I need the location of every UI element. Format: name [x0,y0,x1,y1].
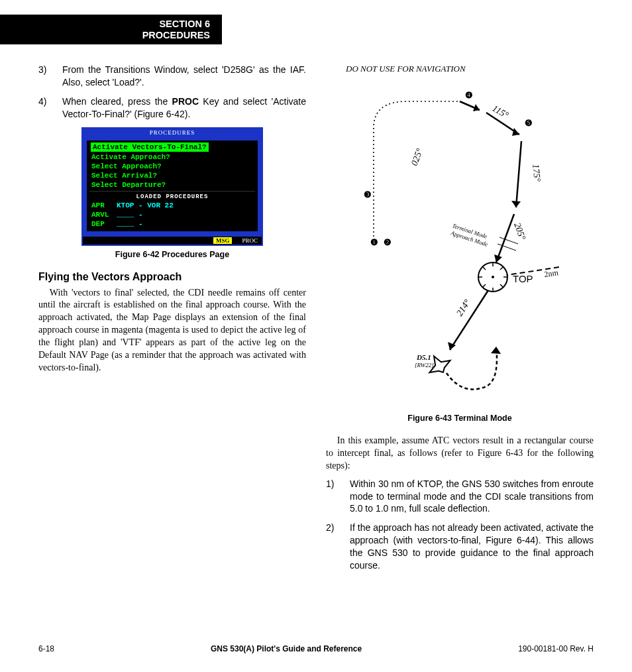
svg-line-20 [450,290,488,350]
step-2: 2) If the approach has not already been … [326,522,594,572]
fig643-caption: Figure 6-43 Terminal Mode [326,414,594,423]
page-footer: 6-18 GNS 530(A) Pilot's Guide and Refere… [38,644,594,653]
doc-title: GNS 530(A) Pilot's Guide and Reference [211,644,362,653]
loaded-title: LOADED PROCEDURES [89,193,255,201]
svg-marker-4 [511,201,521,207]
marker-2: ❷ [384,237,392,247]
step-4: 4) When cleared, press the PROC Key and … [38,95,306,121]
proc-key: PROC [172,96,199,107]
menu-item: Activate Vectors-To-Final? [91,142,209,152]
nav-warning: DO NOT USE FOR NAVIGATION [346,64,594,74]
step-number: 2) [326,522,338,572]
two-nm: 2nm [543,268,559,279]
figure-6-43: ❶ ❷ ❸ ❹ ❺ 025° 115° 175° 205° 214° TOP 2… [347,78,572,410]
marker-5: ❺ [525,118,533,128]
proc-indicator: PROC [242,237,258,244]
body-para: With 'vectors to final' selected, the CD… [38,287,306,374]
step-text: From the Transitions Window, select 'D25… [62,64,306,89]
step-1: 1) Within 30 nm of KTOP, the GNS 530 swi… [326,478,594,516]
menu-item: Select Departure? [89,180,255,190]
step-number: 3) [38,64,50,89]
svg-line-3 [516,141,521,207]
marker-1: ❶ [370,237,378,247]
marker-3: ❸ [364,190,372,199]
svg-marker-23 [491,347,501,354]
doc-rev: 190-00181-00 Rev. H [518,644,594,653]
menu-item: Select Approach? [89,162,255,171]
step-text: If the approach has not already been act… [350,522,594,572]
step-number: 4) [38,95,50,121]
menu-item: Activate Approach? [89,152,255,162]
header-line1: SECTION 6 [7,19,210,30]
top-label: TOP [513,273,533,284]
step-number: 1) [326,478,338,516]
left-column: 3) From the Transitions Window, select '… [38,64,306,579]
figure-6-42: PROCEDURES Activate Vectors-To-Final? Ac… [81,127,263,246]
header-line2: PROCEDURES [7,30,210,41]
right-column: DO NOT USE FOR NAVIGATION [326,64,594,579]
step-text: When cleared, press the PROC Key and sel… [62,95,306,121]
step-text: Within 30 nm of KTOP, the GNS 530 switch… [350,478,594,516]
bearing-175: 175° [531,164,543,182]
menu-item: Select Arrival? [89,171,255,180]
marker-4: ❹ [465,90,473,100]
msg-indicator: MSG [213,237,233,244]
svg-point-19 [492,276,494,278]
section-header: SECTION 6 PROCEDURES [0,15,222,44]
bearing-214: 214° [454,298,472,318]
page-number: 6-18 [38,644,54,653]
body-para: In this example, assume ATC vectors resu… [326,435,594,473]
procedures-title: PROCEDURES [83,129,262,137]
bearing-025: 025° [409,147,425,168]
svg-line-5 [496,214,514,262]
bearing-205: 205° [512,221,527,242]
svg-marker-2 [512,128,519,136]
step-3: 3) From the Transitions Window, select '… [38,64,306,89]
subheading: Flying the Vectors Approach [38,271,306,283]
svg-line-7 [500,237,518,244]
d51-label: D5.1 [416,353,431,361]
fig642-caption: Figure 6-42 Procedures Page [38,250,306,259]
rw22-label: [RW22] [415,362,434,368]
